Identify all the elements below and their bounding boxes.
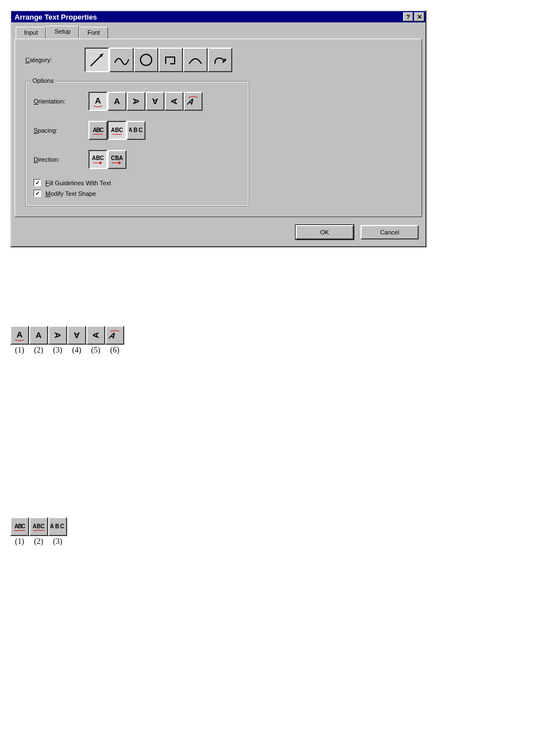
orientation-4-button[interactable]: A [146, 92, 165, 111]
legend-orientation-5: A [86, 326, 105, 345]
svg-text:A: A [91, 332, 100, 338]
legend-spacing-num-1: (1) [10, 537, 29, 546]
spacing-legend-icons: ABC ABC ABC [10, 517, 524, 536]
tab-setup-label: Setup [54, 28, 71, 35]
legend-orientation-num-2: (2) [29, 346, 48, 355]
legend-spacing-num-3: (3) [48, 537, 67, 546]
svg-text:ABC: ABC [50, 523, 65, 529]
modify-shape-row: ✓ Modify Text Shape [34, 190, 241, 197]
tab-font[interactable]: Font [79, 27, 108, 39]
spacing-legend: ABC ABC ABC (1) (2) (3) [10, 517, 524, 546]
spacing-1-button[interactable]: ABC [88, 121, 107, 140]
legend-orientation-2: A [29, 326, 48, 345]
arrange-text-properties-dialog: Arrange Text Properties ? ✕ Input Setup … [10, 10, 427, 247]
orientation-legend-icons: A A A A A A [10, 326, 524, 345]
close-icon: ✕ [417, 13, 422, 21]
spacing-legend-numbers: (1) (2) (3) [10, 537, 524, 546]
tab-font-label: Font [87, 29, 100, 36]
close-button[interactable]: ✕ [414, 12, 424, 21]
category-arc-button[interactable] [183, 48, 208, 72]
svg-text:A: A [95, 96, 101, 105]
category-line-button[interactable] [85, 48, 109, 72]
category-circle-button[interactable] [134, 48, 158, 72]
spiral-icon [212, 51, 228, 68]
legend-orientation-num-1: (1) [10, 346, 29, 355]
spacing-label: Spacing: [34, 127, 88, 134]
direction-reverse-button[interactable]: CBA [107, 150, 127, 169]
options-groupbox: Options Orientation: A A A A [25, 81, 249, 206]
wave-icon [113, 51, 130, 68]
direction-iconbar: ABC CBA [88, 150, 127, 169]
tab-input[interactable]: Input [16, 27, 46, 39]
svg-text:A: A [73, 331, 79, 340]
orientation-2-button[interactable]: A [107, 92, 127, 111]
spacing-3-button[interactable]: ABC [127, 121, 146, 140]
svg-text:A: A [187, 97, 195, 106]
direction-forward-icon: ABC [91, 153, 105, 166]
legend-orientation-3: A [48, 326, 67, 345]
legend-spacing-3: ABC [48, 517, 67, 536]
orientation-6-button[interactable]: A [184, 92, 203, 111]
orientation-4-icon: A [149, 95, 161, 107]
line-icon [88, 51, 105, 68]
svg-text:ABC: ABC [129, 127, 143, 133]
spacing-tight-icon: ABC [91, 124, 105, 137]
svg-text:A: A [17, 330, 23, 339]
category-label: Category: [25, 57, 85, 63]
category-wave-button[interactable] [109, 48, 134, 72]
category-polyline-button[interactable] [158, 48, 183, 72]
ok-button[interactable]: OK [296, 225, 354, 240]
svg-text:A: A [132, 98, 141, 105]
orientation-iconbar: A A A A A A [88, 92, 203, 111]
orientation-5-icon: A [168, 95, 180, 107]
orientation-legend-numbers: (1) (2) (3) (4) (5) (6) [10, 346, 524, 355]
svg-text:ABC: ABC [92, 155, 104, 161]
svg-marker-20 [119, 161, 121, 165]
orientation-row: Orientation: A A A A A [34, 92, 241, 111]
legend-orientation-num-4: (4) [67, 346, 86, 355]
legend-orientation-6: A [105, 326, 124, 345]
tab-setup[interactable]: Setup [46, 26, 79, 38]
orientation-label: Orientation: [34, 98, 88, 105]
spacing-2-button[interactable]: ABC [107, 121, 127, 140]
spacing-normal-icon: ABC [110, 124, 124, 137]
direction-row: Direction: ABC CBA [34, 150, 241, 169]
spacing-row: Spacing: ABC ABC ABC [34, 121, 241, 140]
orientation-legend: A A A A A A (1) (2) (3) (4) (5) (6) [10, 326, 524, 355]
category-spiral-button[interactable] [208, 48, 232, 72]
orientation-3-icon: A [130, 95, 142, 107]
orientation-3-button[interactable]: A [127, 92, 146, 111]
svg-text:A: A [53, 332, 63, 339]
orientation-1-icon: A [92, 95, 104, 107]
fill-guidelines-label: Fill Guidelines With Text [45, 180, 111, 186]
fill-guidelines-checkbox[interactable]: ✓ [34, 179, 41, 186]
svg-point-2 [140, 54, 152, 65]
window-title: Arrange Text Properties [15, 13, 402, 21]
arc-icon [187, 51, 204, 68]
modify-shape-checkbox[interactable]: ✓ [34, 190, 41, 197]
tabpanel-setup: Category: [15, 39, 422, 217]
legend-orientation-num-3: (3) [48, 346, 67, 355]
svg-text:A: A [109, 331, 117, 340]
direction-label: Direction: [34, 156, 88, 163]
spacing-loose-icon: ABC [129, 124, 143, 137]
modify-shape-label: Modify Text Shape [45, 190, 96, 197]
orientation-1-button[interactable]: A [88, 92, 107, 111]
titlebar: Arrange Text Properties ? ✕ [11, 11, 425, 22]
tabstrip: Input Setup Font [11, 22, 425, 39]
legend-orientation-num-6: (6) [105, 346, 124, 355]
polyline-icon [162, 51, 179, 68]
ok-label: OK [320, 229, 329, 236]
svg-text:ABC: ABC [15, 523, 25, 529]
orientation-5-button[interactable]: A [165, 92, 184, 111]
cancel-button[interactable]: Cancel [360, 225, 419, 240]
help-button[interactable]: ? [403, 12, 413, 21]
fill-guidelines-row: ✓ Fill Guidelines With Text [34, 179, 241, 186]
options-title: Options [30, 77, 56, 84]
orientation-6-icon: A [187, 95, 199, 107]
spacing-iconbar: ABC ABC ABC [88, 121, 146, 140]
dialog-buttons: OK Cancel [11, 220, 425, 246]
category-row: Category: [25, 48, 411, 72]
direction-forward-button[interactable]: ABC [88, 150, 107, 169]
svg-text:A: A [36, 330, 42, 340]
